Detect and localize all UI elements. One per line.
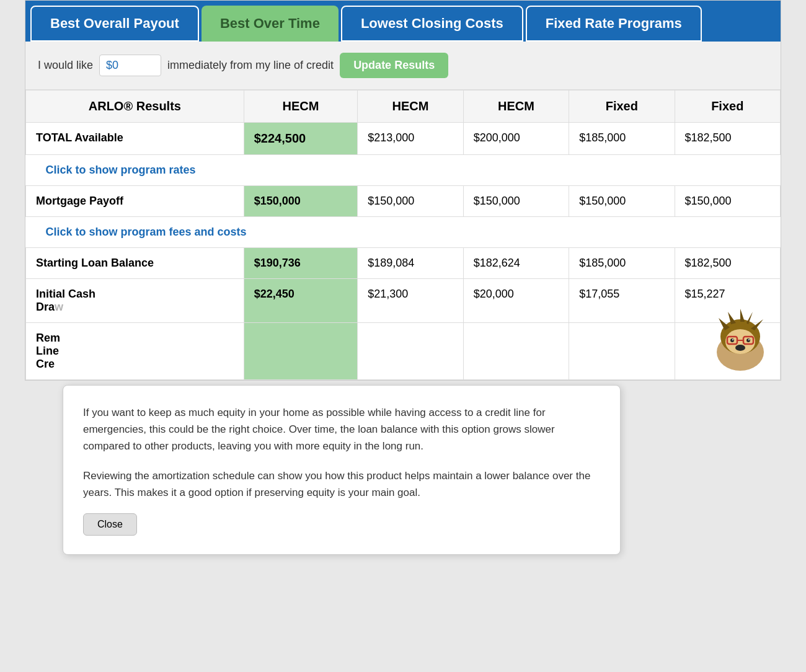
- table-row-remaining-line: RemLineCre: [26, 323, 781, 380]
- click-show-fees-cell[interactable]: Click to show program fees and costs: [26, 217, 781, 248]
- tab-best-over-time[interactable]: Best Over Time: [202, 6, 339, 42]
- cell-total-available-3: $200,000: [463, 123, 569, 155]
- tab-lowest-closing[interactable]: Lowest Closing Costs: [341, 6, 523, 42]
- results-table: ARLO® Results HECM HECM HECM Fixed Fixed…: [25, 90, 781, 380]
- table-header-row: ARLO® Results HECM HECM HECM Fixed Fixed: [26, 91, 781, 123]
- cell-total-available-2: $213,000: [358, 123, 463, 155]
- tab-fixed-rate[interactable]: Fixed Rate Programs: [526, 6, 702, 42]
- row-label-starting-loan: Starting Loan Balance: [26, 248, 244, 279]
- mascot: [706, 306, 774, 374]
- svg-point-13: [746, 338, 750, 342]
- table-row-show-rates: Click to show program rates: [26, 155, 781, 186]
- cell-starting-loan-2: $189,084: [358, 248, 463, 279]
- cell-initial-cash-2: $21,300: [358, 279, 463, 323]
- cell-initial-cash-4: $17,055: [569, 279, 675, 323]
- tab-best-overall[interactable]: Best Overall Payout: [30, 6, 199, 42]
- table-row-total-available: TOTAL Available $224,500 $213,000 $200,0…: [26, 123, 781, 155]
- cell-total-available-4: $185,000: [569, 123, 675, 155]
- svg-point-12: [730, 338, 734, 342]
- credit-prefix-label: I would like: [38, 59, 93, 72]
- tab-bar: Best Overall Payout Best Over Time Lowes…: [25, 1, 781, 42]
- tooltip-paragraph-1: If you want to keep as much equity in yo…: [83, 404, 600, 455]
- cell-remaining-line-2: [358, 323, 463, 380]
- col-header-fixed2: Fixed: [675, 91, 780, 123]
- cell-remaining-line-3: [463, 323, 569, 380]
- cell-initial-cash-1: $22,450: [244, 279, 358, 323]
- col-header-hecm1: HECM: [244, 91, 358, 123]
- click-show-rates-link[interactable]: Click to show program rates: [36, 157, 206, 182]
- update-results-button[interactable]: Update Results: [340, 53, 448, 78]
- table-row-starting-loan: Starting Loan Balance $190,736 $189,084 …: [26, 248, 781, 279]
- col-header-fixed1: Fixed: [569, 91, 675, 123]
- cell-starting-loan-3: $182,624: [463, 248, 569, 279]
- table-row-mortgage-payoff: Mortgage Payoff $150,000 $150,000 $150,0…: [26, 186, 781, 217]
- cell-mortgage-payoff-5: $150,000: [675, 186, 780, 217]
- col-header-label: ARLO® Results: [26, 91, 244, 123]
- cell-remaining-line-1: [244, 323, 358, 380]
- row-label-mortgage-payoff: Mortgage Payoff: [26, 186, 244, 217]
- cell-remaining-line-4: [569, 323, 675, 380]
- cell-total-available-1: $224,500: [244, 123, 358, 155]
- tooltip-paragraph-2: Reviewing the amortization schedule can …: [83, 467, 600, 501]
- row-label-remaining-line: RemLineCre: [26, 323, 244, 380]
- cell-starting-loan-4: $185,000: [569, 248, 675, 279]
- cell-initial-cash-3: $20,000: [463, 279, 569, 323]
- row-label-total-available: TOTAL Available: [26, 123, 244, 155]
- click-show-fees-link[interactable]: Click to show program fees and costs: [36, 219, 257, 244]
- col-header-hecm2: HECM: [358, 91, 463, 123]
- cell-mortgage-payoff-4: $150,000: [569, 186, 675, 217]
- svg-point-8: [735, 345, 745, 351]
- svg-marker-4: [740, 309, 745, 322]
- svg-point-15: [748, 339, 750, 340]
- svg-point-14: [732, 339, 733, 340]
- table-row-show-fees: Click to show program fees and costs: [26, 217, 781, 248]
- main-container: Best Overall Payout Best Over Time Lowes…: [25, 0, 781, 381]
- mascot-svg: [706, 306, 774, 374]
- cell-mortgage-payoff-1: $150,000: [244, 186, 358, 217]
- cell-mortgage-payoff-3: $150,000: [463, 186, 569, 217]
- tooltip-popup: If you want to keep as much equity in yo…: [63, 385, 621, 555]
- click-show-rates-cell[interactable]: Click to show program rates: [26, 155, 781, 186]
- col-header-hecm3: HECM: [463, 91, 569, 123]
- credit-amount-input[interactable]: [99, 55, 161, 76]
- row-label-initial-cash: Initial CashDraw: [26, 279, 244, 323]
- cell-starting-loan-5: $182,500: [675, 248, 780, 279]
- credit-suffix-label: immediately from my line of credit: [167, 59, 334, 72]
- tooltip-close-button[interactable]: Close: [83, 513, 137, 536]
- credit-line-bar: I would like immediately from my line of…: [25, 42, 781, 90]
- cell-starting-loan-1: $190,736: [244, 248, 358, 279]
- cell-total-available-5: $182,500: [675, 123, 780, 155]
- table-row-initial-cash: Initial CashDraw $22,450 $21,300 $20,000…: [26, 279, 781, 323]
- cell-mortgage-payoff-2: $150,000: [358, 186, 463, 217]
